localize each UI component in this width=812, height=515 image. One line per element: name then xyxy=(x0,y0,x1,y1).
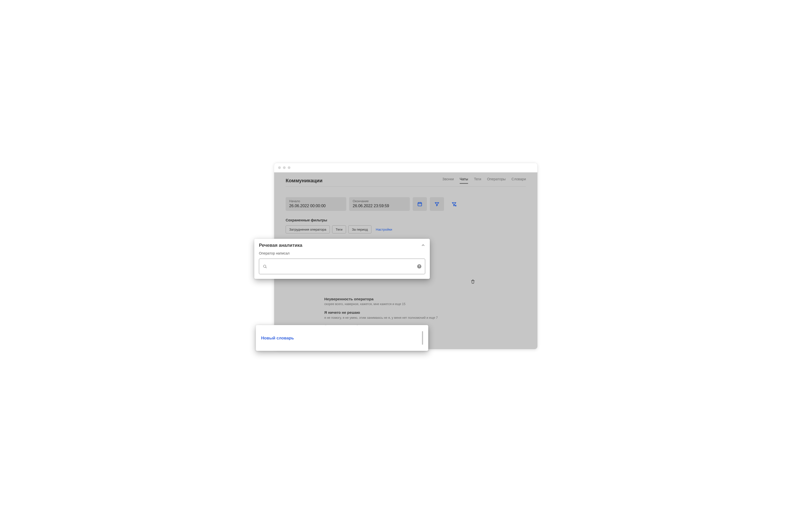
operator-wrote-search[interactable]: ? xyxy=(259,259,426,274)
speech-analytics-panel: Речевая аналитика Оператор написал ? xyxy=(254,239,430,279)
new-dictionary-panel: Новый словарь xyxy=(256,325,428,351)
clear-filter-button[interactable] xyxy=(447,197,461,211)
saved-filters-settings-link[interactable]: Настройки xyxy=(376,227,392,232)
date-end-field[interactable]: Окончание 26.06.2022 23:59:59 xyxy=(349,197,410,211)
page-content: Коммуникации Звонки Чаты Теги Операторы … xyxy=(274,172,538,233)
saved-filters-row: Затруднения оператора Теги За период Нас… xyxy=(286,225,526,233)
svg-rect-0 xyxy=(418,202,422,206)
help-button[interactable]: ? xyxy=(417,264,422,268)
window-dot-close[interactable] xyxy=(278,166,281,169)
filter-clear-icon xyxy=(452,201,457,207)
new-dictionary-link[interactable]: Новый словарь xyxy=(261,336,294,341)
window-titlebar xyxy=(274,163,538,172)
delete-button[interactable] xyxy=(471,279,475,283)
saved-filter-chip[interactable]: За период xyxy=(348,225,371,233)
page-header: Коммуникации Звонки Чаты Теги Операторы … xyxy=(286,177,526,184)
saved-filter-chip[interactable]: Теги xyxy=(332,225,346,233)
dictionary-item-subtitle: я не помогу, я не умею, этим занимаюсь н… xyxy=(324,316,466,319)
date-end-value: 26.06.2022 23:59:59 xyxy=(353,204,406,208)
date-start-value: 26.06.2022 00:00:00 xyxy=(289,204,343,208)
saved-filter-chip[interactable]: Затруднения оператора xyxy=(286,225,330,233)
dictionary-item[interactable]: Я ничего не решаю я не помогу, я не умею… xyxy=(324,310,466,320)
operator-wrote-label: Оператор написал xyxy=(259,251,426,255)
window-dot-zoom[interactable] xyxy=(288,166,291,169)
collapse-button[interactable] xyxy=(421,243,425,247)
date-filter-row: Начало 26.06.2022 00:00:00 Окончание 26.… xyxy=(286,197,526,211)
app-stage: Коммуникации Звонки Чаты Теги Операторы … xyxy=(236,150,577,366)
dictionary-item-title: Я ничего не решаю xyxy=(324,310,466,315)
date-start-field[interactable]: Начало 26.06.2022 00:00:00 xyxy=(286,197,346,211)
window-dot-minimize[interactable] xyxy=(283,166,286,169)
date-end-label: Окончание xyxy=(353,199,406,203)
date-start-label: Начало xyxy=(289,199,343,203)
filter-icon xyxy=(434,201,439,207)
nav-tab-chats[interactable]: Чаты xyxy=(460,177,468,184)
nav-tab-calls[interactable]: Звонки xyxy=(442,177,454,184)
saved-filters-label: Сохраненные фильтры xyxy=(286,218,526,222)
nav-tab-dictionaries[interactable]: Словари xyxy=(512,177,526,184)
calendar-icon xyxy=(417,201,422,207)
dictionary-item[interactable]: Неуверенность оператора скорее всего, на… xyxy=(324,297,466,306)
nav-tab-operators[interactable]: Операторы xyxy=(487,177,506,184)
panel-scrollbar[interactable] xyxy=(422,331,423,345)
filter-button[interactable] xyxy=(430,197,444,211)
dictionary-item-title: Неуверенность оператора xyxy=(324,297,466,301)
search-icon xyxy=(263,264,267,268)
nav-tabs: Звонки Чаты Теги Операторы Словари xyxy=(442,177,526,184)
speech-panel-title: Речевая аналитика xyxy=(259,243,302,248)
operator-wrote-input[interactable] xyxy=(270,264,414,269)
page-title: Коммуникации xyxy=(286,178,322,183)
nav-tab-tags[interactable]: Теги xyxy=(474,177,481,184)
trash-icon xyxy=(471,279,475,283)
dictionary-item-subtitle: скорее всего, наверное, кажется, мне каж… xyxy=(324,302,466,306)
chevron-up-icon xyxy=(421,243,425,247)
calendar-button[interactable] xyxy=(413,197,427,211)
